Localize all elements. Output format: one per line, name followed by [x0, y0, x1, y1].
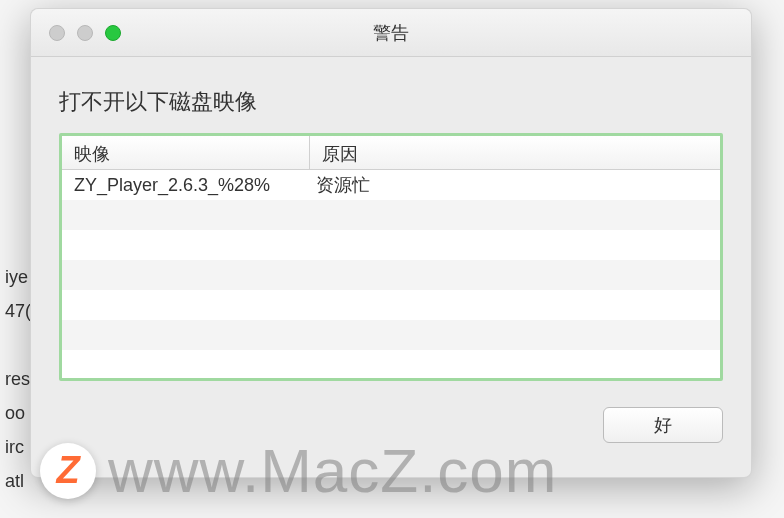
- button-row: 好: [59, 407, 723, 443]
- minimize-icon[interactable]: [77, 25, 93, 41]
- table-row: [62, 260, 720, 290]
- table-row[interactable]: ZY_Player_2.6.3_%28% 资源忙: [62, 170, 720, 200]
- traffic-lights: [49, 25, 121, 41]
- table-row: [62, 200, 720, 230]
- dialog-message: 打不开以下磁盘映像: [59, 87, 723, 117]
- column-header-image[interactable]: 映像: [62, 136, 310, 169]
- disk-image-table: 映像 原因 ZY_Player_2.6.3_%28% 资源忙: [59, 133, 723, 381]
- table-header: 映像 原因: [62, 136, 720, 170]
- titlebar: 警告: [31, 9, 751, 57]
- column-header-reason[interactable]: 原因: [310, 136, 720, 169]
- cell-reason: 资源忙: [310, 173, 720, 197]
- dialog-content: 打不开以下磁盘映像 映像 原因 ZY_Player_2.6.3_%28% 资源忙: [31, 57, 751, 463]
- close-icon[interactable]: [49, 25, 65, 41]
- maximize-icon[interactable]: [105, 25, 121, 41]
- table-row: [62, 290, 720, 320]
- cell-image-name: ZY_Player_2.6.3_%28%: [62, 175, 310, 196]
- table-row: [62, 350, 720, 380]
- table-body: ZY_Player_2.6.3_%28% 资源忙: [62, 170, 720, 381]
- table-row: [62, 320, 720, 350]
- alert-dialog: 警告 打不开以下磁盘映像 映像 原因 ZY_Player_2.6.3_%28% …: [30, 8, 752, 478]
- ok-button[interactable]: 好: [603, 407, 723, 443]
- background-partial-text: iye 47( res oo irc atl: [0, 260, 31, 498]
- dialog-title: 警告: [373, 21, 409, 45]
- table-row: [62, 230, 720, 260]
